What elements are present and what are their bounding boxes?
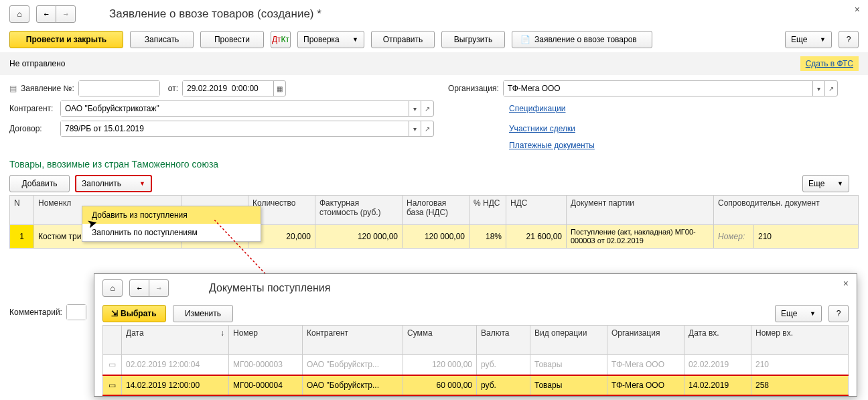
open-icon[interactable]: ↗ [421, 101, 433, 116]
col-op[interactable]: Вид операции [530, 326, 607, 355]
edit-button[interactable]: Изменить [173, 305, 233, 322]
declaration-button[interactable]: 📄Заявление о ввозе товаров [512, 31, 652, 48]
select-icon: ⇲ [111, 309, 118, 318]
chevron-down-icon[interactable]: ▾ [409, 101, 421, 116]
help-button[interactable]: ? [839, 31, 859, 48]
contract-field[interactable]: ▾↗ [60, 121, 434, 137]
col-datein[interactable]: Дата вх. [684, 326, 751, 355]
dt-kt-icon: ДтКт [272, 35, 289, 44]
org-field[interactable]: ▾↗ [503, 80, 838, 96]
add-button[interactable]: Добавить [9, 175, 70, 192]
forward-icon: → [63, 9, 68, 19]
chevron-down-icon: ▼ [352, 36, 358, 43]
sub-home-button[interactable]: ⌂ [102, 279, 123, 297]
status-link[interactable]: Сдать в ФТС [800, 56, 859, 71]
col-numin[interactable]: Номер вх. [751, 326, 849, 355]
doc-icon: 📄 [520, 35, 530, 44]
counterparty-label: Контрагент: [9, 104, 56, 113]
execute-close-button[interactable]: Провести и закрыть [9, 31, 123, 48]
sub-forward-button[interactable]: → [149, 279, 169, 297]
chevron-down-icon: ▼ [810, 310, 816, 317]
col-taxbase[interactable]: Налоговая база (НДС) [403, 196, 469, 225]
decl-no-field[interactable] [78, 80, 160, 96]
col-date[interactable]: Дата ↓ [122, 326, 229, 355]
col-icon[interactable] [103, 326, 122, 355]
forward-icon: → [156, 283, 161, 293]
open-icon[interactable]: ↗ [824, 81, 837, 96]
execute-button[interactable]: Провести [200, 31, 264, 48]
col-batch[interactable]: Документ партии [567, 196, 714, 225]
page-title: Заявление о ввозе товаров (создание) * [109, 7, 321, 21]
comment-label: Комментарий: [9, 308, 62, 317]
more-button[interactable]: Еще▼ [785, 31, 832, 48]
home-icon: ⌂ [110, 283, 115, 293]
col-vat[interactable]: НДС [506, 196, 567, 225]
open-icon[interactable]: ↗ [421, 121, 433, 136]
spec-link[interactable]: Спецификации [509, 104, 565, 113]
subwin-close-icon[interactable]: × [843, 278, 849, 289]
counterparty-field[interactable]: ▾↗ [60, 101, 434, 117]
org-label: Организация: [448, 84, 499, 93]
decl-icon: ▤ [9, 84, 17, 93]
home-icon: ⌂ [17, 9, 21, 19]
col-org[interactable]: Организация [607, 326, 684, 355]
chevron-down-icon: ▼ [837, 180, 843, 187]
grid-more-button[interactable]: Еще▼ [802, 175, 849, 192]
col-vatpct[interactable]: % НДС [469, 196, 506, 225]
col-accomp[interactable]: Сопроводительн. документ [714, 196, 859, 225]
col-curr[interactable]: Валюта [477, 326, 530, 355]
contract-label: Договор: [9, 124, 56, 133]
paydocs-link[interactable]: Платежные документы [509, 141, 595, 150]
participants-link[interactable]: Участники сделки [509, 124, 575, 133]
table-row[interactable]: ▭ 14.02.2019 12:00:00 МГ00-000004 ОАО "Б… [103, 375, 849, 395]
check-dropdown[interactable]: Проверка▼ [297, 31, 364, 48]
export-button[interactable]: Выгрузить [441, 31, 505, 48]
back-button[interactable]: ← [36, 5, 56, 23]
section-title: Товары, ввозимые из стран Таможенного со… [0, 152, 868, 172]
doc-icon: ▭ [103, 375, 122, 395]
chevron-down-icon[interactable]: ▾ [812, 81, 825, 96]
table-row[interactable]: ▭ 02.02.2019 12:00:04 МГ00-000003 ОАО "Б… [103, 355, 849, 375]
sub-more-button[interactable]: Еще▼ [775, 305, 822, 322]
back-icon: ← [137, 283, 141, 293]
sub-back-button[interactable]: ← [129, 279, 149, 297]
comment-field[interactable] [66, 304, 86, 320]
back-icon: ← [44, 9, 48, 19]
chevron-down-icon[interactable]: ▾ [409, 121, 421, 136]
fill-dropdown[interactable]: Заполнить▼ [75, 175, 152, 192]
status-text: Не отправлено [9, 59, 66, 68]
sort-icon: ↓ [220, 328, 224, 338]
chevron-down-icon: ▼ [820, 36, 826, 43]
chevron-down-icon: ▼ [139, 180, 145, 187]
subwin-title: Документы поступления [209, 282, 330, 294]
save-button[interactable]: Записать [130, 31, 194, 48]
home-button[interactable]: ⌂ [9, 5, 29, 23]
forward-button[interactable]: → [56, 5, 76, 23]
col-sum[interactable]: Сумма [403, 326, 477, 355]
date-field[interactable]: ▦ [182, 80, 286, 96]
col-num[interactable]: Номер [229, 326, 303, 355]
from-label: от: [168, 84, 178, 93]
sub-help-button[interactable]: ? [828, 305, 849, 322]
col-counter[interactable]: Контрагент [303, 326, 403, 355]
dt-kt-button[interactable]: ДтКт [271, 31, 291, 48]
calendar-icon[interactable]: ▦ [273, 81, 285, 96]
close-icon[interactable]: × [855, 4, 860, 15]
col-invoice[interactable]: Фактурная стоимость (руб.) [315, 196, 403, 225]
doc-icon: ▭ [103, 355, 122, 375]
send-button[interactable]: Отправить [371, 31, 435, 48]
select-button[interactable]: ⇲Выбрать [102, 305, 166, 322]
svg-line-0 [214, 220, 271, 280]
col-n[interactable]: N [10, 196, 34, 225]
decl-no-label: Заявление №: [21, 84, 74, 93]
